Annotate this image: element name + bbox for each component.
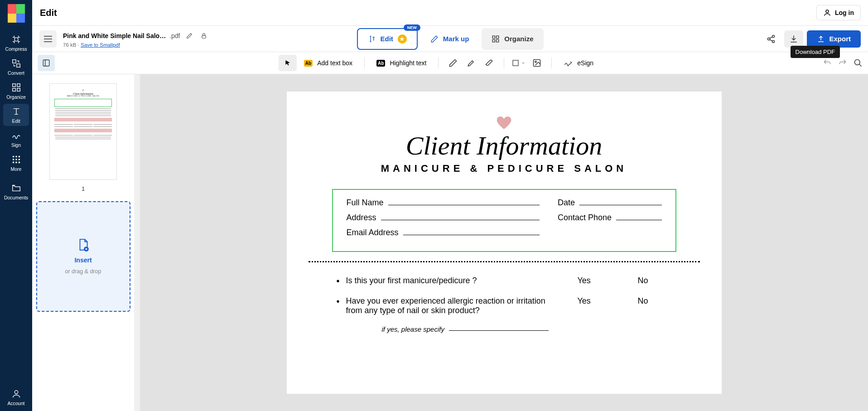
esign-tool[interactable]: eSign [558, 55, 599, 71]
file-size: 76 kB [63, 42, 76, 48]
eraser-tool[interactable] [481, 55, 497, 71]
panel-icon [42, 59, 50, 67]
page-number: 1 [82, 185, 85, 192]
organize-icon [11, 82, 21, 92]
sign-icon [11, 131, 21, 140]
header: Edit Log in [32, 0, 868, 26]
svg-point-7 [15, 155, 17, 157]
page-thumbnail[interactable]: ♥ Client Information MANICURE & PEDICURE… [49, 83, 117, 180]
svg-rect-2 [12, 83, 15, 86]
sidebar-item-convert[interactable]: Convert [3, 56, 29, 78]
square-icon [512, 59, 519, 67]
divider-dots [309, 261, 700, 262]
question-list: • Is this your first manicure/pedicure ?… [309, 276, 700, 333]
text-icon: Ab [304, 60, 313, 67]
text-cursor-icon [367, 35, 376, 43]
subheader: Pink and White Simple Nail Salo… .pdf 76… [32, 26, 868, 52]
highlight-tool[interactable]: Ab Highlight text [371, 55, 432, 71]
svg-rect-0 [12, 59, 15, 63]
document-page[interactable]: Client Information MANICURE & PEDICURE S… [287, 92, 722, 394]
sidebar-item-organize[interactable]: Organize [3, 80, 29, 102]
svg-point-11 [18, 159, 20, 160]
question-note: if yes, please specify [382, 325, 672, 333]
export-icon [817, 35, 825, 43]
sidebar-item-account[interactable]: Account [3, 386, 29, 408]
undo-icon[interactable] [823, 58, 832, 68]
file-info: Pink and White Simple Nail Salo… .pdf 76… [63, 30, 209, 48]
page-title: Edit [40, 8, 57, 18]
svg-rect-26 [513, 60, 518, 66]
shape-tool[interactable] [511, 55, 527, 71]
svg-rect-20 [493, 39, 495, 42]
download-icon [789, 34, 798, 44]
download-button[interactable] [784, 30, 803, 48]
tooltip: Download PDF [791, 46, 840, 58]
menu-button[interactable] [39, 30, 57, 48]
markup-pencil-icon [430, 35, 439, 43]
sidebar-item-sign[interactable]: Sign [3, 128, 29, 150]
sidebar-item-edit[interactable]: Edit [3, 104, 29, 126]
cursor-icon [284, 59, 291, 67]
insert-zone[interactable]: Insert or drag & drop [36, 201, 130, 312]
svg-rect-25 [43, 60, 49, 66]
highlighter-tool[interactable] [463, 55, 479, 71]
select-tool[interactable] [279, 55, 297, 71]
file-name: Pink and White Simple Nail Salo… [63, 32, 166, 39]
pencil-icon [186, 33, 193, 39]
login-button[interactable]: Log in [816, 5, 861, 20]
file-ext: .pdf [169, 32, 180, 39]
draw-tool[interactable] [445, 55, 461, 71]
sidebar-item-more[interactable]: More [3, 152, 29, 174]
search-icon[interactable] [854, 58, 863, 68]
image-tool[interactable] [529, 55, 545, 71]
doc-subtitle: MANICURE & PEDICURE SALON [309, 163, 700, 174]
redo-icon[interactable] [838, 58, 847, 68]
insert-label: Insert [74, 256, 92, 264]
compress-icon [11, 34, 21, 44]
sidebar: Compress Convert Organize Edit Sign More… [0, 0, 32, 411]
logo[interactable] [8, 4, 25, 23]
lock-button[interactable] [198, 30, 209, 41]
svg-point-22 [772, 35, 775, 37]
svg-point-23 [768, 38, 770, 40]
heart-icon [497, 116, 511, 129]
export-button[interactable]: Export [807, 30, 861, 48]
user-icon [823, 9, 831, 17]
account-icon [11, 389, 21, 399]
question-item: • Is this your first manicure/pedicure ?… [337, 276, 672, 286]
new-badge: NEW [404, 24, 420, 31]
svg-rect-1 [16, 63, 19, 67]
documents-icon [11, 183, 21, 193]
sidebar-item-documents[interactable]: Documents [3, 180, 29, 203]
sidebar-item-compress[interactable]: Compress [3, 32, 29, 54]
thumbnail-toggle[interactable] [38, 55, 55, 71]
highlighter-icon [467, 58, 476, 68]
svg-point-28 [535, 61, 536, 63]
add-text-tool[interactable]: Ab Add text box [299, 55, 358, 71]
svg-rect-4 [12, 88, 15, 91]
more-icon [11, 155, 21, 164]
doc-title: Client Information [309, 133, 700, 159]
grid-icon [492, 35, 500, 43]
rename-button[interactable] [184, 30, 195, 41]
svg-point-15 [14, 390, 18, 393]
tab-edit[interactable]: Edit ★ NEW [357, 28, 417, 50]
star-icon: ★ [398, 34, 407, 44]
edit-text-icon [11, 106, 21, 116]
share-icon [767, 34, 776, 44]
image-icon [532, 58, 541, 68]
file-add-icon [77, 238, 90, 252]
convert-icon [11, 58, 21, 68]
share-button[interactable] [762, 30, 781, 48]
tab-organize[interactable]: Organize [482, 28, 543, 50]
svg-point-6 [12, 155, 14, 157]
svg-point-8 [18, 155, 20, 157]
thumbnail-panel: ♥ Client Information MANICURE & PEDICURE… [32, 74, 140, 411]
svg-point-12 [12, 161, 14, 163]
question-item: • Have you ever experienced allergic rea… [337, 296, 672, 315]
insert-sub: or drag & drop [65, 268, 101, 275]
canvas[interactable]: Client Information MANICURE & PEDICURE S… [140, 74, 868, 411]
save-link[interactable]: Save to Smallpdf [81, 42, 120, 48]
tab-markup[interactable]: Mark up [420, 28, 479, 50]
svg-rect-17 [202, 35, 205, 38]
